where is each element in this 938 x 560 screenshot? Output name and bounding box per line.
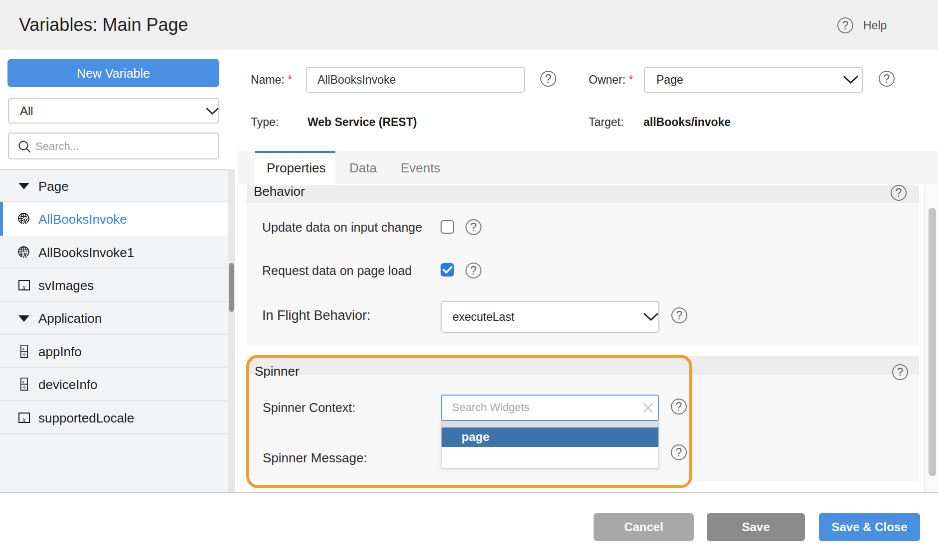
svg-text:x: x <box>22 249 27 259</box>
svg-text:x: x <box>21 345 24 351</box>
svg-text:x: x <box>22 283 26 291</box>
svg-text:x: x <box>22 415 26 423</box>
svg-text:x: x <box>22 215 27 225</box>
svg-text:x: x <box>21 378 24 384</box>
